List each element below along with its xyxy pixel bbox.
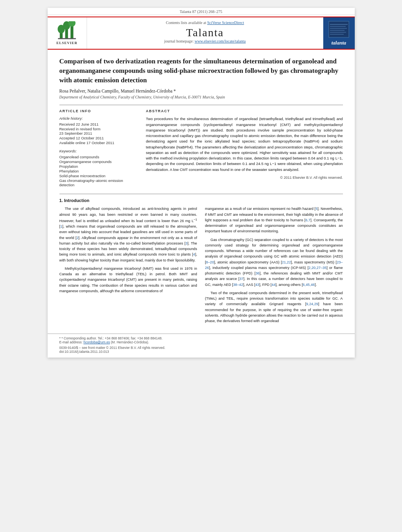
abstract-heading: Abstract [146, 109, 343, 113]
abstract-col: Abstract Two procedures for the simultan… [146, 109, 343, 187]
talanta-logo-icon [328, 20, 350, 38]
abstract-text: Two procedures for the simultaneous dete… [146, 116, 343, 172]
online-date: Available online 17 October 2011 [59, 141, 138, 145]
page: Talanta 87 (2011) 268–275 ELSEVIER [48, 8, 355, 358]
journal-header: ELSEVIER Contents lists available at Sci… [48, 17, 355, 50]
body-col2-para2: Gas chromatography (GC) separation coupl… [205, 237, 343, 287]
body-col2-para3: Two of the organolead compounds determin… [205, 290, 343, 324]
journal-ref: Talanta 87 (2011) 268–275 [180, 9, 222, 14]
svg-rect-2 [70, 25, 73, 39]
top-bar: Talanta 87 (2011) 268–275 [48, 8, 355, 15]
body-col-2: manganese as a result of car emissions r… [205, 206, 343, 326]
elsevier-logo-area: ELSEVIER [48, 17, 87, 49]
article-info-col: Article Info Article history: Received 2… [59, 109, 138, 187]
issn-doi-line: 0039-9140/$ – see front matter © 2011 El… [59, 346, 343, 354]
article-history-label: Article history: [59, 116, 138, 120]
journal-title: Talanta [91, 26, 319, 39]
received-date: Received 22 June 2011 [59, 122, 138, 126]
body-col2-para1: manganese as a result of car emissions r… [205, 206, 343, 234]
contents-line: Contents lists available at SciVerse Sci… [91, 20, 319, 25]
svg-rect-6 [58, 38, 76, 39]
footnote-line: * * Corresponding author. Tel.: +34 868 … [59, 336, 343, 340]
elsevier-text: ELSEVIER [56, 41, 78, 45]
keyword-1: Organolead compounds [59, 155, 138, 159]
email-line: E-mail address: hcordoba@um.es (M. Herná… [59, 340, 343, 344]
affiliation: Department of Analytical Chemistry, Facu… [59, 95, 343, 99]
body-columns: The use of alkyllead compounds, introduc… [59, 206, 343, 326]
keyword-2: Organomanganese compounds [59, 159, 138, 164]
talanta-brand-box: talanta [323, 17, 355, 49]
author-email-link[interactable]: hcordoba@um.es [83, 340, 110, 344]
authors: Rosa Peñalver, Natalia Campillo, Manuel … [59, 89, 343, 93]
homepage-link[interactable]: www.elsevier.com/locate/talanta [195, 39, 246, 43]
copyright-line: © 2011 Elsevier B.V. All rights reserved… [146, 176, 343, 180]
body-section: 1. Introduction The use of alkyllead com… [59, 194, 343, 326]
body-col-1: The use of alkyllead compounds, introduc… [59, 206, 197, 326]
sciverse-link[interactable]: SciVerse ScienceDirect [207, 20, 244, 25]
revised-date: Received in revised form23 September 201… [59, 127, 138, 135]
page-footer: * * Corresponding author. Tel.: +34 868 … [48, 334, 355, 358]
keyword-5: Solid-phase microextraction [59, 174, 138, 178]
keyword-6: Gas chromatography–atomic emissiondetect… [59, 178, 138, 187]
keyword-4: Phenylation [59, 169, 138, 173]
svg-rect-1 [65, 28, 68, 38]
talanta-brand-label: talanta [332, 40, 346, 46]
journal-homepage: journal homepage: www.elsevier.com/locat… [91, 39, 319, 43]
body-col1-para2: Methylcyclopentadienyl manganese tricarb… [59, 266, 197, 294]
body-col1-para1: The use of alkyllead compounds, introduc… [59, 206, 197, 263]
article-title: Comparison of two derivatization reagent… [59, 57, 343, 85]
elsevier-tree-icon [55, 21, 79, 41]
accepted-date: Accepted 12 October 2011 [59, 136, 138, 140]
article-content: Comparison of two derivatization reagent… [48, 50, 355, 334]
keywords-label: Keywords: [59, 149, 138, 153]
keyword-3: Propylation [59, 164, 138, 169]
journal-center: Contents lists available at SciVerse Sci… [87, 17, 323, 49]
section1-title: 1. Introduction [59, 198, 343, 203]
article-info-heading: Article Info [59, 109, 138, 113]
article-info-abstract-section: Article Info Article history: Received 2… [59, 105, 343, 187]
keywords-section: Keywords: Organolead compounds Organoman… [59, 149, 138, 187]
svg-rect-7 [329, 21, 349, 37]
